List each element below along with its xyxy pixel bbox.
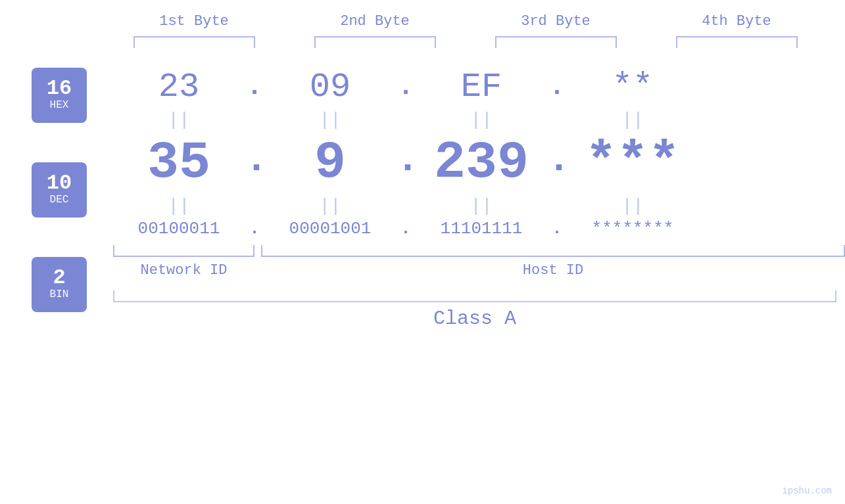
hex-b3: EF bbox=[416, 68, 547, 106]
bracket-4 bbox=[676, 36, 798, 48]
bin-b4: ******** bbox=[567, 219, 698, 239]
bin-row: 00100011 . 00001001 . 11101111 . *******… bbox=[113, 219, 836, 239]
dec-b1: 35 bbox=[113, 133, 245, 193]
hex-name: HEX bbox=[50, 99, 69, 112]
dec-b4: *** bbox=[567, 133, 698, 193]
byte3-label: 3rd Byte bbox=[490, 13, 621, 30]
dot-dec-1: . bbox=[245, 137, 264, 189]
dot-dec-2: . bbox=[396, 137, 416, 189]
host-id-label: Host ID bbox=[261, 262, 845, 279]
hex-b4: ** bbox=[567, 68, 698, 106]
network-bracket bbox=[113, 245, 254, 257]
hex-num: 16 bbox=[47, 78, 72, 99]
dec-b2: 9 bbox=[264, 133, 396, 193]
equals-row-2: || || || || bbox=[113, 193, 836, 219]
bracket-2 bbox=[314, 36, 436, 48]
bin-name: BIN bbox=[50, 288, 69, 301]
bracket-1 bbox=[133, 36, 255, 48]
eq2-b3: || bbox=[416, 196, 547, 216]
hex-row: 23 . 09 . EF . ** bbox=[113, 68, 836, 106]
byte-headers: 1st Byte 2nd Byte 3rd Byte 4th Byte bbox=[104, 13, 827, 30]
hex-b1: 23 bbox=[113, 68, 245, 106]
bin-num: 2 bbox=[53, 267, 65, 288]
data-rows: 23 . 09 . EF . ** || || || || 35 bbox=[113, 68, 845, 330]
hex-badge: 16 HEX bbox=[32, 68, 87, 123]
class-bracket bbox=[113, 290, 836, 302]
eq1-b3: || bbox=[416, 110, 547, 130]
dot-bin-2: . bbox=[396, 219, 416, 239]
host-bracket bbox=[261, 245, 845, 257]
base-badges: 16 HEX 10 DEC 2 BIN bbox=[32, 68, 87, 352]
dot-bin-1: . bbox=[245, 219, 264, 239]
dec-b3: 239 bbox=[416, 133, 547, 193]
bin-b3: 11101111 bbox=[416, 219, 547, 239]
dot-hex-1: . bbox=[245, 72, 264, 102]
dec-badge: 10 DEC bbox=[32, 162, 87, 218]
dot-bin-3: . bbox=[547, 219, 567, 239]
eq2-b2: || bbox=[264, 196, 396, 216]
bracket-3 bbox=[495, 36, 617, 48]
network-host-brackets: Network ID Host ID bbox=[113, 245, 845, 279]
dec-row: 35 . 9 . 239 . *** bbox=[113, 133, 836, 193]
dot-hex-3: . bbox=[547, 72, 567, 102]
dot-hex-2: . bbox=[396, 72, 416, 102]
bin-badge: 2 BIN bbox=[32, 257, 87, 312]
top-brackets bbox=[104, 36, 827, 48]
main-container: 1st Byte 2nd Byte 3rd Byte 4th Byte 16 H… bbox=[0, 0, 845, 504]
dec-name: DEC bbox=[50, 194, 69, 206]
network-id-label: Network ID bbox=[113, 262, 254, 279]
bin-b2: 00001001 bbox=[264, 219, 396, 239]
eq2-b4: || bbox=[567, 196, 698, 216]
bin-b1: 00100011 bbox=[113, 219, 245, 239]
equals-row-1: || || || || bbox=[113, 106, 836, 133]
byte2-label: 2nd Byte bbox=[309, 13, 441, 30]
byte4-label: 4th Byte bbox=[671, 13, 802, 30]
dot-dec-3: . bbox=[547, 137, 567, 189]
eq1-b2: || bbox=[264, 110, 396, 130]
hex-b2: 09 bbox=[264, 68, 396, 106]
dec-num: 10 bbox=[47, 173, 72, 194]
eq1-b4: || bbox=[567, 110, 698, 130]
watermark: ipshu.com bbox=[782, 486, 832, 496]
byte1-label: 1st Byte bbox=[128, 13, 260, 30]
class-label: Class A bbox=[113, 308, 836, 330]
eq2-b1: || bbox=[113, 196, 245, 216]
class-section: Class A bbox=[113, 290, 836, 330]
eq1-b1: || bbox=[113, 110, 245, 130]
